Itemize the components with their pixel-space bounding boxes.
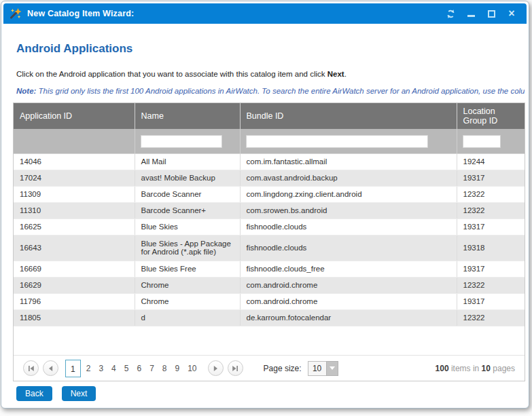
cell-bundle-id: com.android.chrome	[240, 293, 457, 309]
cell-name: Chrome	[135, 277, 240, 293]
cell-location-group-id: 12322	[457, 309, 525, 326]
cell-name: Blue Skies Free	[135, 261, 240, 277]
table-row[interactable]: 17024 avast! Mobile Backup com.avast.and…	[14, 170, 525, 186]
filter-row	[14, 129, 525, 153]
next-page-button[interactable]	[208, 360, 224, 376]
wizard-footer: Back Next	[16, 386, 520, 401]
last-page-button[interactable]	[228, 360, 243, 376]
maximize-icon[interactable]	[483, 6, 499, 21]
column-header-application-id[interactable]: Application ID	[14, 103, 135, 129]
wizard-wand-icon	[10, 8, 22, 19]
cell-bundle-id: de.karroum.fotocalendar	[240, 309, 457, 326]
bundle-id-filter-input[interactable]	[246, 135, 428, 148]
items-count: 100	[436, 364, 449, 373]
table-row[interactable]: 16629 Chrome com.android.chrome 12322	[14, 277, 525, 293]
name-filter-input[interactable]	[141, 135, 222, 148]
table-row[interactable]: 11310 Barcode Scanner+ com.srowen.bs.and…	[14, 202, 525, 219]
cell-bundle-id: com.avast.android.backup	[240, 170, 457, 186]
cell-application-id: 16629	[14, 277, 135, 293]
refresh-icon[interactable]	[442, 6, 459, 21]
table-row[interactable]: 16643 Blue Skies - App Package for Andro…	[14, 235, 525, 261]
pager: 1 2 3 4 5 6 7 8 9 10 Pag	[14, 355, 525, 381]
pages-text: pages	[491, 364, 515, 373]
table-row[interactable]: 11309 Barcode Scanner com.lingdong.zxing…	[14, 186, 525, 202]
cell-name: Blue Skies	[135, 219, 240, 235]
page-number[interactable]: 2	[82, 360, 95, 377]
applications-grid: Application ID Name Bundle ID Location G…	[13, 102, 525, 381]
page-numbers: 1 2 3 4 5 6 7 8 9 10	[65, 360, 201, 377]
note-label: Note:	[16, 87, 36, 95]
previous-page-button[interactable]	[43, 360, 58, 376]
column-header-location-group-id[interactable]: Location Group ID	[457, 103, 525, 129]
cell-application-id: 11309	[14, 186, 135, 202]
page-number[interactable]: 3	[94, 360, 107, 377]
column-header-name[interactable]: Name	[135, 103, 240, 129]
wizard-body: Android Applications Click on the Androi…	[3, 42, 527, 401]
applications-table: Application ID Name Bundle ID Location G…	[14, 103, 525, 326]
table-row[interactable]: 16625 Blue Skies fishnoodle.clouds 19317	[14, 219, 525, 235]
cell-application-id: 11310	[14, 202, 135, 219]
page-size-dropdown-button[interactable]	[326, 361, 338, 376]
chevron-down-icon	[330, 366, 335, 370]
cell-name: All Mail	[135, 153, 240, 170]
wizard-window: New Catalog Item Wizard: × Android Appli…	[1, 1, 529, 409]
cell-application-id: 16643	[14, 235, 135, 261]
cell-bundle-id: fishnoodle.clouds	[240, 219, 457, 235]
table-row[interactable]: 14046 All Mail com.im.fantastic.allmail …	[14, 153, 525, 170]
cell-name: Barcode Scanner+	[135, 202, 240, 219]
cell-location-group-id: 19317	[457, 261, 525, 277]
header-row: Application ID Name Bundle ID Location G…	[14, 103, 525, 129]
cell-location-group-id: 19317	[457, 170, 525, 186]
page-size-value[interactable]: 10	[308, 361, 326, 376]
cell-bundle-id: fishnoodle.clouds_free	[240, 261, 457, 277]
cell-application-id: 17024	[14, 170, 135, 186]
location-group-id-filter-input[interactable]	[463, 135, 501, 148]
cell-location-group-id: 19317	[457, 293, 525, 309]
first-page-button[interactable]	[23, 360, 39, 376]
cell-location-group-id: 19317	[457, 219, 525, 235]
column-header-bundle-id[interactable]: Bundle ID	[240, 103, 457, 129]
filter-cell-name	[135, 129, 240, 153]
instruction-next-emphasis: Next	[327, 70, 344, 78]
window-controls: ×	[442, 6, 520, 21]
filter-cell-application-id	[14, 129, 135, 153]
page-number-current[interactable]: 1	[65, 360, 81, 377]
instruction-text: Click on the Android application that yo…	[16, 70, 520, 78]
cell-bundle-id: com.srowen.bs.android	[240, 202, 457, 219]
cell-bundle-id: com.im.fantastic.allmail	[240, 153, 457, 170]
cell-name: Barcode Scanner	[135, 186, 240, 202]
cell-application-id: 11796	[14, 293, 135, 309]
page-number[interactable]: 8	[158, 360, 171, 377]
page-number[interactable]: 6	[132, 360, 145, 377]
grid-empty-space	[14, 326, 525, 356]
window-title: New Catalog Item Wizard:	[27, 9, 135, 18]
filter-cell-bundle-id	[240, 129, 457, 153]
page-size-label: Page size:	[264, 364, 302, 373]
page-number[interactable]: 7	[145, 360, 158, 377]
page-number[interactable]: 5	[120, 360, 133, 377]
table-row[interactable]: 11805 d de.karroum.fotocalendar 12322	[14, 309, 525, 326]
cell-application-id: 16669	[14, 261, 135, 277]
table-row[interactable]: 11796 Chrome com.android.chrome 19317	[14, 293, 525, 309]
page-number[interactable]: 9	[171, 360, 184, 377]
cell-location-group-id: 12322	[457, 277, 525, 293]
pages-count: 10	[482, 364, 491, 373]
table-row[interactable]: 16669 Blue Skies Free fishnoodle.clouds_…	[14, 261, 525, 277]
cell-location-group-id: 12322	[457, 202, 525, 219]
cell-name: Chrome	[135, 293, 240, 309]
page-number[interactable]: 10	[183, 360, 200, 377]
back-button[interactable]: Back	[16, 386, 52, 401]
next-button[interactable]: Next	[62, 386, 96, 401]
page-title: Android Applications	[16, 42, 520, 56]
cell-name: Blue Skies - App Package for Android (*.…	[135, 235, 240, 261]
minimize-icon[interactable]	[463, 6, 479, 21]
page-number[interactable]: 4	[107, 360, 120, 377]
cell-application-id: 16625	[14, 219, 135, 235]
cell-application-id: 11805	[14, 309, 135, 326]
page-size-control: Page size: 10	[264, 361, 338, 376]
close-icon[interactable]: ×	[503, 6, 520, 21]
cell-bundle-id: fishnoodle.clouds	[240, 235, 457, 261]
cell-location-group-id: 19318	[457, 235, 525, 261]
cell-bundle-id: com.android.chrome	[240, 277, 457, 293]
instruction-prefix: Click on the Android application that yo…	[16, 70, 327, 78]
